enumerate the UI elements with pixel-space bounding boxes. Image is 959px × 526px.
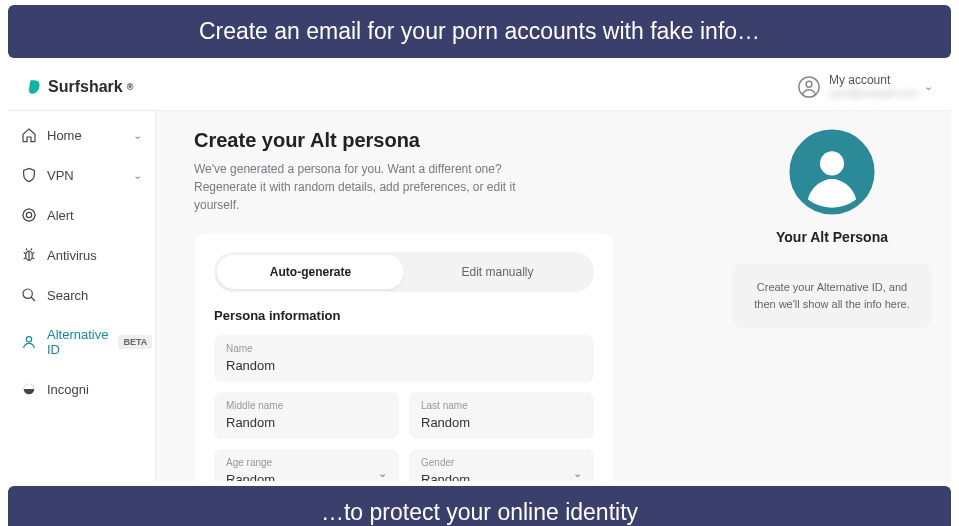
- last-name-field[interactable]: Last name Random: [409, 392, 594, 439]
- sidebar-item-label: Alternative ID: [47, 327, 108, 357]
- sidebar-item-label: Home: [47, 128, 82, 143]
- persona-preview-panel: Your Alt Persona Create your Alternative…: [713, 63, 951, 481]
- user-icon: [795, 73, 823, 101]
- sidebar-item-incogni[interactable]: Incogni: [8, 369, 155, 409]
- generate-mode-toggle: Auto-generate Edit manually: [214, 252, 594, 292]
- svg-point-1: [806, 81, 812, 87]
- chevron-down-icon: ⌄: [133, 129, 142, 142]
- middle-name-field[interactable]: Middle name Random: [214, 392, 399, 439]
- sidebar-item-alert[interactable]: Alert: [8, 195, 155, 235]
- preview-info-box: Create your Alternative ID, and then we'…: [733, 263, 931, 328]
- field-value: Random: [226, 472, 275, 481]
- chevron-down-icon: ⌄: [378, 466, 387, 479]
- sidebar-item-label: Alert: [47, 208, 74, 223]
- sidebar-item-label: Incogni: [47, 382, 89, 397]
- field-label: Last name: [421, 400, 582, 411]
- field-label: Gender: [421, 457, 582, 468]
- section-persona-info: Persona information: [214, 308, 594, 323]
- top-caption-banner: Create an email for your porn accounts w…: [8, 5, 951, 58]
- field-value: Random: [421, 472, 470, 481]
- person-icon: [21, 334, 37, 350]
- bottom-caption-banner: …to protect your online identity: [8, 486, 951, 526]
- app-header: Surfshark® My account user@example.com ⌄: [8, 63, 951, 111]
- sidebar-item-label: VPN: [47, 168, 74, 183]
- surfshark-icon: [26, 78, 44, 96]
- chevron-down-icon: ⌄: [924, 80, 933, 93]
- field-value: Random: [226, 358, 275, 373]
- svg-point-6: [26, 337, 31, 342]
- field-value: Random: [226, 415, 275, 430]
- sidebar-nav: Home ⌄ VPN ⌄ Alert Antivirus Search Alte…: [8, 63, 156, 481]
- beta-badge: BETA: [118, 335, 152, 349]
- sidebar-item-antivirus[interactable]: Antivirus: [8, 235, 155, 275]
- sidebar-item-label: Antivirus: [47, 248, 97, 263]
- account-label: My account: [829, 74, 890, 87]
- main-content: Create your Alt persona We've generated …: [156, 63, 713, 481]
- tab-auto-generate[interactable]: Auto-generate: [217, 255, 404, 289]
- chevron-down-icon: ⌄: [133, 169, 142, 182]
- chevron-down-icon: ⌄: [573, 466, 582, 479]
- field-value: Random: [421, 415, 470, 430]
- svg-point-3: [26, 212, 31, 217]
- sidebar-item-alternative-id[interactable]: Alternative ID BETA: [8, 315, 155, 369]
- tab-edit-manually[interactable]: Edit manually: [404, 255, 591, 289]
- brand-logo[interactable]: Surfshark®: [26, 78, 133, 96]
- alert-icon: [21, 207, 37, 223]
- page-title: Create your Alt persona: [194, 129, 689, 152]
- sidebar-item-search[interactable]: Search: [8, 275, 155, 315]
- preview-title: Your Alt Persona: [733, 229, 931, 245]
- page-subtitle: We've generated a persona for you. Want …: [194, 160, 554, 214]
- shield-icon: [21, 167, 37, 183]
- sidebar-item-vpn[interactable]: VPN ⌄: [8, 155, 155, 195]
- svg-point-2: [23, 209, 35, 221]
- sidebar-item-home[interactable]: Home ⌄: [8, 115, 155, 155]
- field-label: Name: [226, 343, 582, 354]
- sidebar-item-label: Search: [47, 288, 88, 303]
- svg-point-11: [820, 151, 844, 175]
- bug-icon: [21, 247, 37, 263]
- avatar-placeholder-icon: [789, 129, 875, 215]
- incogni-icon: [21, 381, 37, 397]
- field-label: Middle name: [226, 400, 387, 411]
- home-icon: [21, 127, 37, 143]
- app-frame: Surfshark® My account user@example.com ⌄…: [8, 63, 951, 481]
- account-menu[interactable]: My account user@example.com ⌄: [795, 73, 933, 101]
- persona-form-card: Auto-generate Edit manually Persona info…: [194, 234, 614, 481]
- name-field[interactable]: Name Random: [214, 335, 594, 382]
- account-email: user@example.com: [829, 88, 918, 99]
- brand-name: Surfshark: [48, 78, 123, 96]
- svg-point-5: [23, 289, 32, 298]
- search-icon: [21, 287, 37, 303]
- age-range-select[interactable]: Age range Random ⌄: [214, 449, 399, 481]
- gender-select[interactable]: Gender Random ⌄: [409, 449, 594, 481]
- field-label: Age range: [226, 457, 387, 468]
